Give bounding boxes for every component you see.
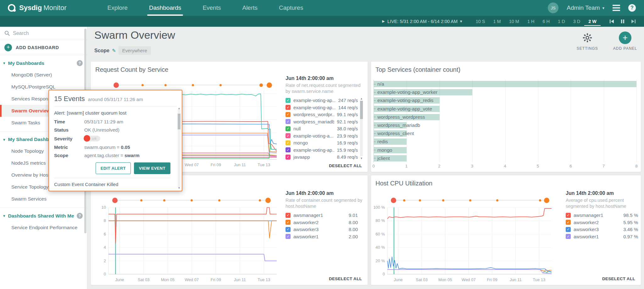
event-dot[interactable] (259, 199, 261, 201)
event-dot[interactable] (112, 198, 118, 203)
legend-item[interactable]: ✓mongo16.9 req/s (286, 139, 363, 147)
legend-item[interactable]: ✓wordpress_mariadb92.1 req/s (286, 118, 363, 125)
range-3d[interactable]: 3 D (569, 17, 585, 26)
event-dot[interactable] (442, 199, 444, 201)
skip-forward-icon[interactable] (631, 19, 636, 24)
legend-checkbox[interactable]: ✓ (286, 140, 291, 145)
scroll-down-icon[interactable]: ▼ (360, 157, 363, 160)
event-dot[interactable] (142, 84, 144, 86)
avatar[interactable]: JS (548, 3, 558, 13)
legend-item[interactable]: ✓awsworker33.46 % (566, 226, 643, 233)
legend-checkbox[interactable]: ✓ (286, 155, 291, 160)
scroll-down-icon[interactable]: ▼ (178, 186, 180, 190)
legend-checkbox[interactable]: ✓ (286, 133, 291, 138)
container-count-chart[interactable]: JuneSat 03Mon 05Wed 07Fri 09Jun 11Tue 13… (93, 204, 282, 284)
next-event-title[interactable]: Custom Event Container Killed (54, 178, 170, 187)
help-icon[interactable]: ? (77, 213, 83, 219)
event-dot[interactable] (219, 84, 222, 86)
legend-item[interactable]: ✓awsworker38.00 (286, 226, 363, 233)
event-dot[interactable] (259, 83, 263, 87)
search-input[interactable] (13, 31, 76, 36)
legend-item[interactable]: ✓example-voting-a...23.9 req/s (286, 132, 363, 139)
host-cpu-chart[interactable]: JuneSat 03Mon 05Wed 07Fri 09Jun 11Tue 13… (372, 204, 562, 284)
legend-item[interactable]: ✓wordpress_wordpr...99.1 req/s (286, 111, 363, 118)
scroll-up-icon[interactable]: ▲ (178, 107, 180, 110)
legend-item[interactable]: ✓null38.0 req/s (286, 125, 363, 133)
legend-checkbox[interactable]: ✓ (286, 220, 291, 225)
legend-item[interactable]: ✓awsworker10.97 % (566, 233, 643, 240)
legend-item[interactable]: ✓example-voting-ap...15.9 req/s (286, 146, 363, 154)
event-dot[interactable] (419, 199, 421, 201)
event-dot[interactable] (469, 199, 471, 201)
settings-button[interactable]: SETTINGS (577, 31, 598, 51)
skip-back-icon[interactable] (609, 19, 614, 24)
range-10m[interactable]: 10 M (505, 17, 523, 26)
nav-item-dashboards[interactable]: Dashboards (138, 0, 192, 16)
legend-checkbox[interactable]: ✓ (286, 234, 291, 239)
legend-checkbox[interactable]: ✓ (286, 105, 291, 110)
deselect-all-button[interactable]: DESELECT ALL (329, 163, 362, 168)
legend-checkbox[interactable]: ✓ (286, 147, 291, 152)
popup-scrollbar-thumb[interactable] (178, 114, 180, 129)
legend-checkbox[interactable]: ✓ (286, 119, 291, 124)
event-dot[interactable] (539, 199, 541, 201)
event-dot[interactable] (218, 199, 220, 201)
legend-item[interactable]: ✓javaapp8.49 req/s (286, 154, 363, 161)
event-dot[interactable] (192, 84, 194, 86)
pause-icon[interactable] (621, 19, 625, 24)
event-dot[interactable] (265, 198, 271, 203)
legend-item[interactable]: ✓awsworker25.95 % (566, 219, 643, 226)
range-1h[interactable]: 1 H (523, 17, 539, 26)
menu-icon[interactable] (613, 5, 620, 11)
event-dot[interactable] (391, 198, 396, 203)
event-dot[interactable] (191, 199, 193, 201)
nav-item-alerts[interactable]: Alerts (231, 0, 268, 16)
add-dashboard-button[interactable]: + ADD DASHBOARD (0, 40, 87, 55)
range-2w[interactable]: 2 W (584, 17, 601, 26)
legend-checkbox[interactable]: ✓ (286, 227, 291, 232)
legend-checkbox[interactable]: ✓ (566, 227, 571, 232)
event-dot[interactable] (403, 199, 405, 201)
range-1d[interactable]: 1 D (554, 17, 569, 26)
team-selector[interactable]: Admin Team ▾ (567, 4, 604, 11)
help-icon[interactable]: ? (628, 4, 636, 12)
sidebar-section-header[interactable]: ▾Dashboards Shared With Me? (0, 210, 87, 222)
event-dot[interactable] (496, 199, 498, 201)
event-dot[interactable] (140, 199, 142, 201)
view-event-button[interactable]: VIEW EVENT (134, 162, 170, 174)
event-dot[interactable] (267, 82, 272, 88)
live-range[interactable]: ▶ LIVE: 5/31 2:00 AM - 6/14 2:00 AM ▾ (382, 19, 462, 24)
help-icon[interactable]: ? (77, 60, 83, 66)
add-panel-button[interactable]: + ADD PANEL (613, 31, 637, 51)
range-1m[interactable]: 1 M (489, 17, 505, 26)
event-dot[interactable] (544, 198, 549, 203)
legend-item[interactable]: ✓awsmanager19.01 (286, 212, 363, 219)
brand[interactable]: Sysdig Monitor (7, 3, 67, 13)
event-dot[interactable] (163, 199, 165, 201)
deselect-all-button[interactable]: DESELECT ALL (602, 276, 635, 281)
legend-item[interactable]: ✓awsmanager198.5 % (566, 212, 643, 219)
edit-pencil-icon[interactable]: ✎ (112, 48, 116, 54)
range-6h[interactable]: 6 H (538, 17, 554, 26)
range-10s[interactable]: 10 S (472, 17, 489, 26)
legend-item[interactable]: ✓example-voting-ap...144 req/s (286, 104, 363, 111)
legend-checkbox[interactable]: ✓ (286, 126, 291, 131)
legend-item[interactable]: ✓example-voting-ap...247 req/s (286, 97, 363, 104)
legend-checkbox[interactable]: ✓ (286, 98, 291, 103)
sidebar-item[interactable]: Service Endpoint Performance (0, 222, 87, 234)
event-dot[interactable] (164, 84, 167, 86)
nav-item-explore[interactable]: Explore (97, 0, 138, 16)
scroll-up-icon[interactable]: ▲ (360, 97, 363, 100)
sidebar-item[interactable]: Swarm Services (0, 193, 87, 205)
sidebar-item[interactable]: MongoDB (Server) (0, 69, 87, 81)
legend-item[interactable]: ✓awsworker28.00 (286, 219, 363, 226)
legend-checkbox[interactable]: ✓ (566, 213, 571, 218)
legend-checkbox[interactable]: ✓ (566, 220, 571, 225)
event-dot[interactable] (114, 82, 119, 88)
nav-item-captures[interactable]: Captures (268, 0, 314, 16)
legend-checkbox[interactable]: ✓ (566, 234, 571, 239)
nav-item-events[interactable]: Events (192, 0, 231, 16)
legend-scrollbar-thumb[interactable] (360, 101, 363, 119)
legend-item[interactable]: ✓awsworker12.00 (286, 233, 363, 240)
legend-checkbox[interactable]: ✓ (286, 213, 291, 218)
